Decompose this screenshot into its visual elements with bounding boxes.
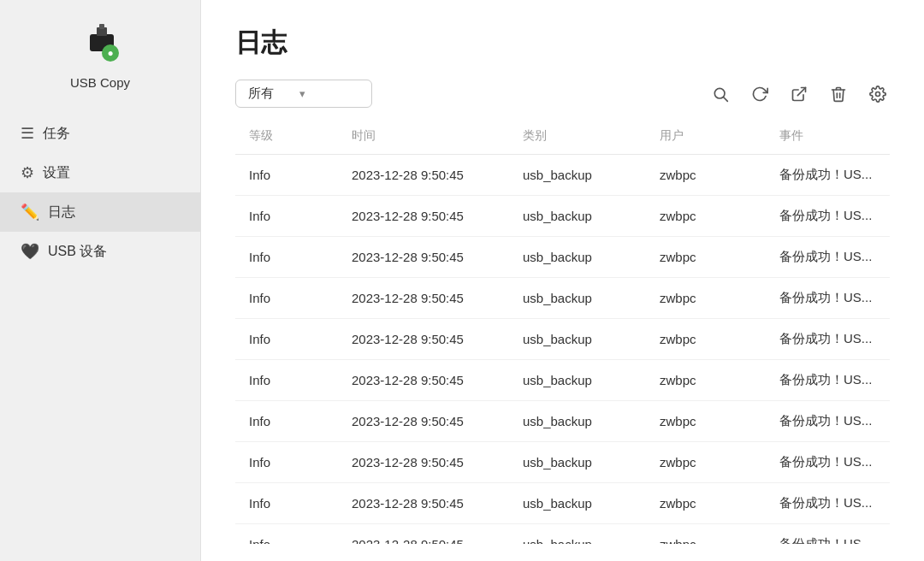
cell-event: 备份成功！US... — [766, 155, 890, 196]
cell-category: usb_backup — [509, 155, 646, 196]
cell-category: usb_backup — [509, 319, 646, 360]
table-row[interactable]: Info2023-12-28 9:50:45usb_backupzwbpc备份成… — [235, 278, 890, 319]
cell-event: 备份成功！US... — [766, 319, 890, 360]
svg-line-6 — [724, 97, 728, 101]
settings-icon: ⚙ — [21, 163, 34, 182]
toolbar-actions — [708, 82, 890, 106]
cell-user: zwbpc — [646, 155, 766, 196]
sidebar-item-logs-label: 日志 — [48, 204, 75, 221]
app-icon: ● — [74, 17, 126, 68]
cell-category: usb_backup — [509, 196, 646, 237]
cell-level: Info — [235, 401, 338, 442]
cell-time: 2023-12-28 9:50:45 — [338, 278, 509, 319]
cell-time: 2023-12-28 9:50:45 — [338, 360, 509, 401]
export-button[interactable] — [787, 82, 811, 106]
cell-event: 备份成功！US... — [766, 360, 890, 401]
sidebar-item-settings-label: 设置 — [43, 164, 70, 182]
cell-time: 2023-12-28 9:50:45 — [338, 483, 509, 524]
cell-user: zwbpc — [646, 319, 766, 360]
sidebar-item-usb-label: USB 设备 — [48, 243, 107, 261]
col-header-user: 用户 — [646, 121, 766, 155]
table-row[interactable]: Info2023-12-28 9:50:45usb_backupzwbpc备份成… — [235, 196, 890, 237]
cell-event: 备份成功！US... — [766, 442, 890, 483]
search-button[interactable] — [708, 82, 732, 106]
cell-category: usb_backup — [509, 237, 646, 278]
sidebar: ● USB Copy ☰ 任务 ⚙ 设置 ✏️ 日志 🖤 USB 设备 — [0, 0, 201, 561]
table-wrapper: 等级 时间 类别 用户 事件 Info2023-12-28 9:50:45usb… — [235, 121, 890, 544]
cell-level: Info — [235, 319, 338, 360]
cell-event: 备份成功！US... — [766, 237, 890, 278]
page-title: 日志 — [235, 26, 890, 61]
table-row[interactable]: Info2023-12-28 9:50:45usb_backupzwbpc备份成… — [235, 401, 890, 442]
tasks-icon: ☰ — [21, 124, 34, 143]
cell-user: zwbpc — [646, 278, 766, 319]
app-name: USB Copy — [70, 75, 130, 90]
cell-user: zwbpc — [646, 442, 766, 483]
cell-event: 备份成功！US... — [766, 524, 890, 545]
col-header-category: 类别 — [509, 121, 646, 155]
cell-time: 2023-12-28 9:50:45 — [338, 237, 509, 278]
cell-event: 备份成功！US... — [766, 196, 890, 237]
cell-time: 2023-12-28 9:50:45 — [338, 401, 509, 442]
sidebar-navigation: ☰ 任务 ⚙ 设置 ✏️ 日志 🖤 USB 设备 — [0, 114, 200, 271]
cell-time: 2023-12-28 9:50:45 — [338, 524, 509, 545]
table-row[interactable]: Info2023-12-28 9:50:45usb_backupzwbpc备份成… — [235, 360, 890, 401]
cell-time: 2023-12-28 9:50:45 — [338, 196, 509, 237]
sidebar-item-tasks[interactable]: ☰ 任务 — [0, 114, 200, 153]
cell-category: usb_backup — [509, 442, 646, 483]
cell-category: usb_backup — [509, 483, 646, 524]
filter-dropdown[interactable]: 所有 ▾ — [235, 80, 372, 108]
table-row[interactable]: Info2023-12-28 9:50:45usb_backupzwbpc备份成… — [235, 237, 890, 278]
sidebar-item-usb-devices[interactable]: 🖤 USB 设备 — [0, 232, 200, 271]
cell-level: Info — [235, 196, 338, 237]
cell-time: 2023-12-28 9:50:45 — [338, 442, 509, 483]
cell-level: Info — [235, 360, 338, 401]
table-row[interactable]: Info2023-12-28 9:50:45usb_backupzwbpc备份成… — [235, 155, 890, 196]
svg-line-7 — [797, 87, 805, 95]
col-header-level: 等级 — [235, 121, 338, 155]
cell-event: 备份成功！US... — [766, 401, 890, 442]
table-row[interactable]: Info2023-12-28 9:50:45usb_backupzwbpc备份成… — [235, 442, 890, 483]
col-header-event: 事件 — [766, 121, 890, 155]
sidebar-item-logs[interactable]: ✏️ 日志 — [0, 192, 200, 232]
cell-level: Info — [235, 278, 338, 319]
cell-level: Info — [235, 237, 338, 278]
cell-level: Info — [235, 483, 338, 524]
table-row[interactable]: Info2023-12-28 9:50:45usb_backupzwbpc备份成… — [235, 483, 890, 524]
cell-user: zwbpc — [646, 237, 766, 278]
filter-value: 所有 — [248, 86, 274, 102]
cell-category: usb_backup — [509, 360, 646, 401]
log-table: 等级 时间 类别 用户 事件 Info2023-12-28 9:50:45usb… — [235, 121, 890, 544]
sidebar-item-tasks-label: 任务 — [43, 125, 70, 143]
svg-point-8 — [876, 92, 880, 96]
cell-user: zwbpc — [646, 483, 766, 524]
cell-category: usb_backup — [509, 524, 646, 545]
table-header: 等级 时间 类别 用户 事件 — [235, 121, 890, 155]
cell-event: 备份成功！US... — [766, 278, 890, 319]
cell-level: Info — [235, 155, 338, 196]
table-row[interactable]: Info2023-12-28 9:50:45usb_backupzwbpc备份成… — [235, 524, 890, 545]
cell-level: Info — [235, 442, 338, 483]
cell-time: 2023-12-28 9:50:45 — [338, 155, 509, 196]
gear-button[interactable] — [866, 82, 890, 106]
toolbar: 所有 ▾ — [235, 80, 890, 108]
table-body: Info2023-12-28 9:50:45usb_backupzwbpc备份成… — [235, 155, 890, 545]
main-content: 日志 所有 ▾ — [201, 0, 924, 561]
app-logo: ● USB Copy — [70, 17, 130, 90]
col-header-time: 时间 — [338, 121, 509, 155]
cell-level: Info — [235, 524, 338, 545]
cell-user: zwbpc — [646, 401, 766, 442]
delete-button[interactable] — [826, 82, 850, 106]
chevron-down-icon: ▾ — [299, 87, 305, 100]
cell-category: usb_backup — [509, 278, 646, 319]
cell-time: 2023-12-28 9:50:45 — [338, 319, 509, 360]
svg-text:●: ● — [107, 47, 113, 59]
refresh-button[interactable] — [748, 82, 772, 106]
sidebar-item-settings[interactable]: ⚙ 设置 — [0, 153, 200, 192]
table-row[interactable]: Info2023-12-28 9:50:45usb_backupzwbpc备份成… — [235, 319, 890, 360]
cell-user: zwbpc — [646, 360, 766, 401]
cell-event: 备份成功！US... — [766, 483, 890, 524]
usb-devices-icon: 🖤 — [21, 242, 39, 261]
cell-user: zwbpc — [646, 196, 766, 237]
svg-rect-2 — [99, 24, 104, 29]
